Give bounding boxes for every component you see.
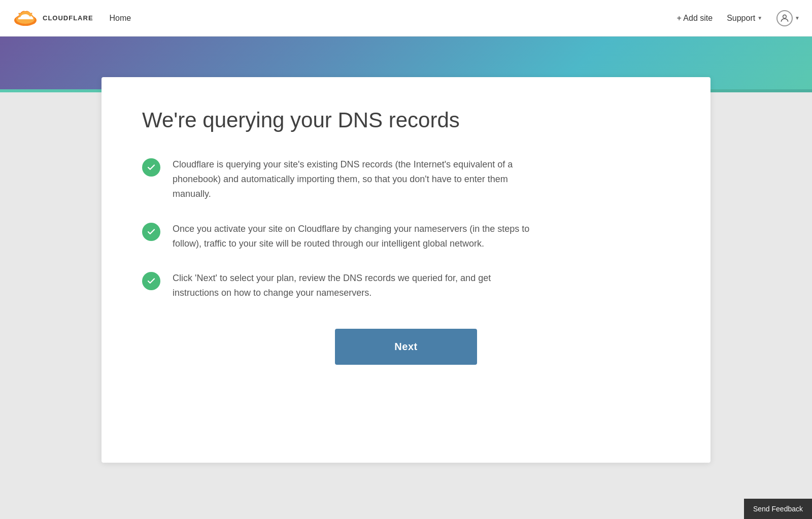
page-title: We're querying your DNS records <box>142 108 670 133</box>
add-site-button[interactable]: + Add site <box>676 14 713 23</box>
account-avatar-icon <box>776 10 793 26</box>
account-chevron-icon: ▼ <box>795 15 800 21</box>
check-icon-1 <box>142 158 160 177</box>
list-item: Click 'Next' to select your plan, review… <box>142 271 670 300</box>
support-button[interactable]: Support ▼ <box>727 14 762 23</box>
cloudflare-logo-icon <box>12 8 39 28</box>
main-container: We're querying your DNS records Cloudfla… <box>0 77 812 463</box>
page-wrapper: CLOUDFLARE Home + Add site Support ▼ ▼ <box>0 0 812 519</box>
svg-point-2 <box>783 15 787 18</box>
content-card: We're querying your DNS records Cloudfla… <box>101 77 710 463</box>
list-item: Once you activate your site on Cloudflar… <box>142 222 670 251</box>
checklist: Cloudflare is querying your site's exist… <box>142 157 670 300</box>
header: CLOUDFLARE Home + Add site Support ▼ ▼ <box>0 0 812 37</box>
checklist-text-2: Once you activate your site on Cloudflar… <box>173 222 538 251</box>
check-icon-2 <box>142 223 160 241</box>
nav-home-link[interactable]: Home <box>110 14 131 23</box>
checklist-text-3: Click 'Next' to select your plan, review… <box>173 271 538 300</box>
account-button[interactable]: ▼ <box>776 10 800 26</box>
next-btn-container: Next <box>142 329 670 365</box>
check-icon-3 <box>142 272 160 290</box>
support-label: Support <box>727 14 755 23</box>
checklist-text-1: Cloudflare is querying your site's exist… <box>173 157 538 201</box>
send-feedback-button[interactable]: Send Feedback <box>744 499 812 519</box>
logo-area: CLOUDFLARE <box>12 8 93 28</box>
list-item: Cloudflare is querying your site's exist… <box>142 157 670 201</box>
next-button[interactable]: Next <box>335 329 477 365</box>
header-right: + Add site Support ▼ ▼ <box>676 10 800 26</box>
logo-text: CLOUDFLARE <box>43 14 93 22</box>
header-left: CLOUDFLARE Home <box>12 8 131 28</box>
support-chevron-icon: ▼ <box>757 15 762 21</box>
